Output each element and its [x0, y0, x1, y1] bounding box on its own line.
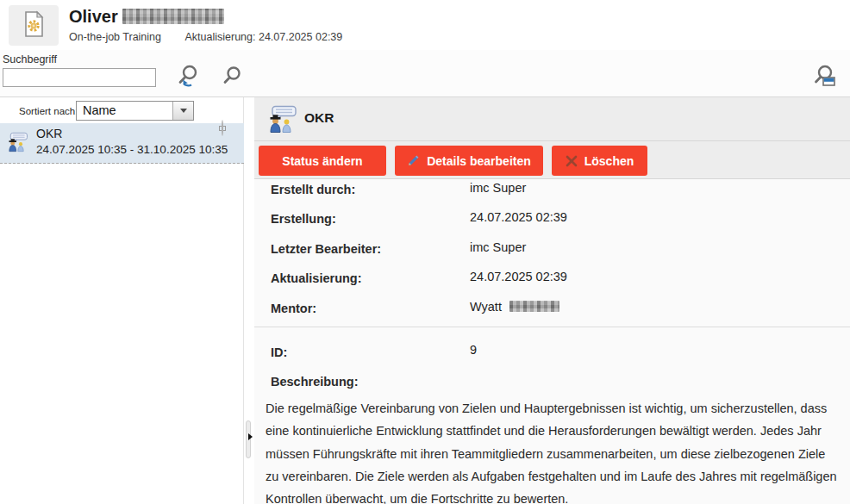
sort-dropdown-arrow[interactable]: [172, 102, 193, 120]
module-name: On-the-job Training: [69, 31, 161, 43]
field-label-created-on: Erstellung:: [271, 212, 336, 226]
search-icon[interactable]: [221, 65, 245, 92]
field-value-updated-on: 24.07.2025 02:39: [470, 270, 567, 283]
edit-details-button[interactable]: Details bearbeiten: [395, 146, 543, 176]
detail-header: OKR: [254, 97, 850, 141]
field-value-id: 9: [470, 343, 477, 357]
document-gear-icon: [22, 10, 45, 41]
detail-title: OKR: [304, 110, 334, 126]
change-status-label: Status ändern: [282, 154, 362, 168]
detail-button-row: Status ändern Details bearbeiten Löschen: [254, 141, 850, 179]
sort-dropdown-value: Name: [83, 103, 116, 117]
list-item-dates: 24.07.2025 10:35 - 31.10.2025 10:35: [36, 143, 228, 156]
user-last-name-redacted: [122, 9, 224, 24]
results-list-panel: Sortiert nach: Name: [0, 97, 244, 504]
section-divider: [254, 327, 850, 327]
detail-panel: OKR Status ändern Details bearbeiten Lö: [254, 97, 850, 504]
field-label-created-by: Erstellt durch:: [271, 183, 355, 196]
sort-label: Sortiert nach:: [19, 106, 78, 116]
field-value-created-by: imc Super: [470, 181, 526, 195]
x-icon: [566, 155, 578, 167]
page-subtitle: On-the-job Training Aktualisierung: 24.0…: [69, 31, 342, 43]
updated-timestamp: Aktualisierung: 24.07.2025 02:39: [185, 31, 343, 43]
sort-dropdown[interactable]: Name: [76, 101, 194, 121]
page-header: Oliver On-the-job Training Aktualisierun…: [0, 0, 850, 50]
new-search-icon[interactable]: [175, 63, 203, 94]
field-value-last-editor: imc Super: [470, 240, 526, 254]
search-toolbar: Suchbegriff: [0, 50, 850, 97]
splitter-expand-icon[interactable]: [248, 433, 253, 440]
field-label-last-editor: Letzter Bearbeiter:: [271, 242, 381, 256]
application-window: Oliver On-the-job Training Aktualisierun…: [0, 0, 850, 504]
field-label-mentor: Mentor:: [271, 302, 316, 315]
search-input[interactable]: [3, 68, 156, 87]
search-profile-icon[interactable]: [811, 63, 839, 94]
search-label: Suchbegriff: [3, 53, 57, 65]
status-indicator: [219, 126, 226, 131]
mentor-last-name-redacted: [509, 301, 559, 312]
pencil-icon: [407, 154, 420, 167]
description-text: Die regelmäßige Vereinbarung von Zielen …: [266, 397, 841, 504]
list-item-okr[interactable]: OKR 24.07.2025 10:35 - 31.10.2025 10:35: [0, 123, 244, 164]
delete-button[interactable]: Löschen: [552, 146, 647, 176]
mentoring-icon: [7, 131, 30, 157]
field-label-id: ID:: [271, 345, 287, 359]
user-first-name: Oliver: [69, 7, 118, 26]
field-value-mentor: Wyatt: [470, 300, 559, 314]
status-circle-icon: [222, 120, 223, 136]
delete-label: Löschen: [584, 154, 634, 168]
app-tile: [9, 5, 59, 46]
mentor-first-name: Wyatt: [470, 300, 502, 314]
field-value-created-on: 24.07.2025 02:39: [470, 210, 567, 224]
field-label-updated-on: Aktualisierung:: [271, 271, 362, 285]
list-item-title: OKR: [36, 127, 62, 140]
change-status-button[interactable]: Status ändern: [259, 146, 386, 176]
page-title: Oliver: [69, 7, 224, 27]
description-label: Beschreibung:: [271, 375, 359, 389]
edit-details-label: Details bearbeiten: [427, 154, 531, 168]
mentoring-icon-large: [267, 105, 300, 137]
chevron-down-icon: [180, 109, 187, 113]
